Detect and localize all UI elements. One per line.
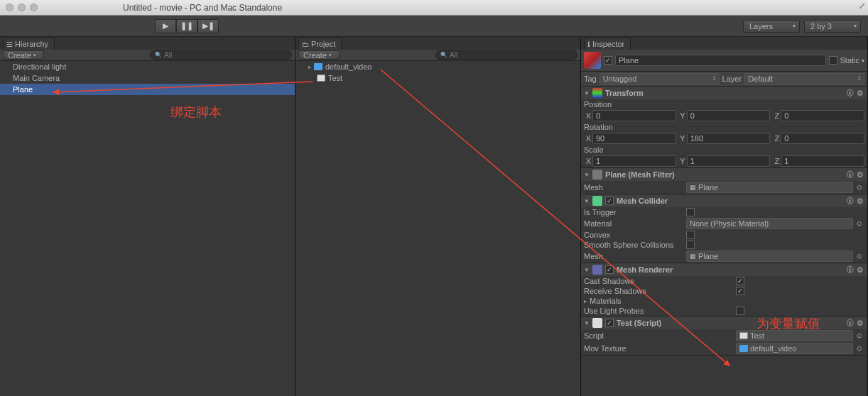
hierarchy-panel: ☰Hierarchy Create All Directional light …: [0, 37, 295, 396]
convex-checkbox[interactable]: [686, 231, 695, 239]
step-button[interactable]: ▶❚: [197, 19, 219, 33]
close-dot[interactable]: [6, 4, 13, 11]
scl-z-field[interactable]: 1: [781, 155, 864, 167]
layer-dropdown[interactable]: Default: [744, 73, 864, 84]
pos-z-field[interactable]: 0: [781, 110, 864, 121]
light-probes-checkbox[interactable]: [736, 307, 744, 315]
movie-icon: [739, 345, 748, 352]
help-icon[interactable]: 🛈: [845, 319, 854, 327]
collider-enabled-checkbox[interactable]: ✓: [605, 197, 614, 205]
rot-z-field[interactable]: 0: [781, 133, 864, 144]
test-script-component: ▼✓Test (Script)🛈⚙ ScriptTest Mov Texture…: [581, 317, 867, 356]
gameobject-cube-icon: [584, 52, 601, 69]
hierarchy-item-selected[interactable]: Plane: [0, 84, 295, 95]
main-toolbar: ▶ ❚❚ ▶❚ Layers 2 by 3: [0, 16, 868, 37]
mesh-filter-icon: [592, 170, 602, 180]
expand-icon[interactable]: ⤢: [859, 1, 865, 11]
hierarchy-item[interactable]: Main Camera: [0, 72, 295, 84]
is-trigger-checkbox[interactable]: [686, 208, 695, 216]
hierarchy-search[interactable]: All: [150, 50, 292, 60]
project-create-button[interactable]: Create: [298, 50, 340, 60]
foldout-icon[interactable]: ▼: [584, 90, 590, 97]
traffic-lights: [6, 4, 38, 11]
transform-icon: [592, 88, 602, 98]
help-icon[interactable]: 🛈: [845, 89, 854, 97]
rot-y-field[interactable]: 180: [687, 133, 771, 144]
inspector-tab[interactable]: ℹInspector: [584, 38, 631, 50]
layer-label: Layer: [722, 75, 742, 83]
max-dot[interactable]: [30, 4, 38, 11]
layers-dropdown[interactable]: Layers: [743, 20, 800, 33]
script-icon: [739, 332, 748, 339]
expand-arrow-icon[interactable]: ▸: [308, 64, 311, 70]
folder-icon: 🗀: [302, 40, 309, 48]
gear-icon[interactable]: ⚙: [856, 265, 864, 274]
project-panel: 🗀Project Create All ▸default_video Test: [295, 37, 581, 396]
tag-label: Tag: [584, 75, 597, 83]
script-component-icon: [592, 318, 602, 328]
mesh-filter-component: ▼Plane (Mesh Filter)🛈⚙ Mesh▦Plane: [581, 168, 867, 194]
hierarchy-tab[interactable]: ☰Hierarchy: [3, 38, 55, 50]
inspector-header: ✓ Plane Static▾: [581, 50, 867, 72]
mesh-renderer-component: ▼✓Mesh Renderer🛈⚙ Cast Shadows✓ Receive …: [581, 263, 867, 317]
mesh-asset-icon: ▦: [690, 184, 696, 191]
window-titlebar: Untitled - movie - PC and Mac Standalone…: [0, 0, 868, 16]
hierarchy-icon: ☰: [6, 40, 13, 48]
min-dot[interactable]: [18, 4, 26, 11]
inspector-panel: ℹInspector ✓ Plane Static▾ Tag Untagged …: [581, 37, 868, 396]
foldout-icon[interactable]: ▼: [584, 267, 590, 273]
pause-button[interactable]: ❚❚: [176, 19, 197, 33]
mesh-asset-icon: ▦: [690, 253, 696, 260]
smooth-checkbox[interactable]: [686, 241, 695, 249]
hierarchy-item[interactable]: Directional light: [0, 61, 295, 72]
project-item[interactable]: ▸default_video: [295, 61, 580, 72]
collider-mesh-field[interactable]: ▦Plane: [686, 251, 853, 262]
gear-icon[interactable]: ⚙: [856, 197, 864, 205]
project-item[interactable]: Test: [295, 72, 580, 84]
pos-y-field[interactable]: 0: [687, 110, 771, 121]
help-icon[interactable]: 🛈: [845, 170, 854, 179]
window-title: Untitled - movie - PC and Mac Standalone: [123, 3, 282, 13]
scl-x-field[interactable]: 1: [592, 155, 676, 167]
info-icon: ℹ: [587, 40, 590, 48]
project-tab[interactable]: 🗀Project: [298, 38, 342, 50]
project-search[interactable]: All: [435, 50, 577, 60]
mesh-renderer-icon: [592, 265, 602, 275]
script-icon: [317, 75, 325, 82]
gear-icon[interactable]: ⚙: [856, 319, 864, 327]
renderer-enabled-checkbox[interactable]: ✓: [605, 265, 614, 274]
hierarchy-list: Directional light Main Camera Plane: [0, 61, 295, 396]
movie-icon: [314, 63, 322, 70]
receive-shadows-checkbox[interactable]: ✓: [736, 287, 744, 295]
project-list: ▸default_video Test: [295, 61, 580, 396]
help-icon[interactable]: 🛈: [845, 197, 854, 205]
transform-component: ▼Transform🛈⚙ Position X0 Y0 Z0 Rotation …: [581, 87, 867, 168]
gear-icon[interactable]: ⚙: [856, 89, 864, 97]
play-button[interactable]: ▶: [155, 19, 176, 33]
mesh-collider-icon: [592, 196, 602, 206]
layout-dropdown[interactable]: 2 by 3: [804, 20, 861, 33]
active-checkbox[interactable]: ✓: [604, 56, 612, 65]
foldout-icon[interactable]: ▼: [584, 320, 590, 326]
script-enabled-checkbox[interactable]: ✓: [605, 319, 614, 327]
foldout-icon[interactable]: ▼: [584, 172, 590, 178]
scl-y-field[interactable]: 1: [687, 155, 771, 167]
mov-texture-field[interactable]: default_video: [736, 343, 853, 354]
static-toggle[interactable]: Static▾: [829, 56, 864, 65]
foldout-icon[interactable]: ▼: [584, 198, 590, 204]
gear-icon[interactable]: ⚙: [856, 170, 864, 179]
play-controls: ▶ ❚❚ ▶❚: [155, 19, 219, 33]
tag-dropdown[interactable]: Untagged: [600, 73, 720, 84]
object-name-field[interactable]: Plane: [615, 55, 826, 66]
rot-x-field[interactable]: 90: [592, 133, 676, 144]
script-field[interactable]: Test: [736, 330, 853, 341]
cast-shadows-checkbox[interactable]: ✓: [736, 277, 744, 285]
help-icon[interactable]: 🛈: [845, 265, 854, 274]
mesh-collider-component: ▼✓Mesh Collider🛈⚙ Is Trigger MaterialNon…: [581, 194, 867, 263]
physic-material-field[interactable]: None (Physic Material): [686, 218, 853, 229]
mesh-field[interactable]: ▦Plane: [686, 182, 853, 193]
hierarchy-create-button[interactable]: Create: [3, 50, 44, 60]
foldout-icon[interactable]: ▸: [584, 298, 587, 304]
pos-x-field[interactable]: 0: [592, 110, 676, 121]
